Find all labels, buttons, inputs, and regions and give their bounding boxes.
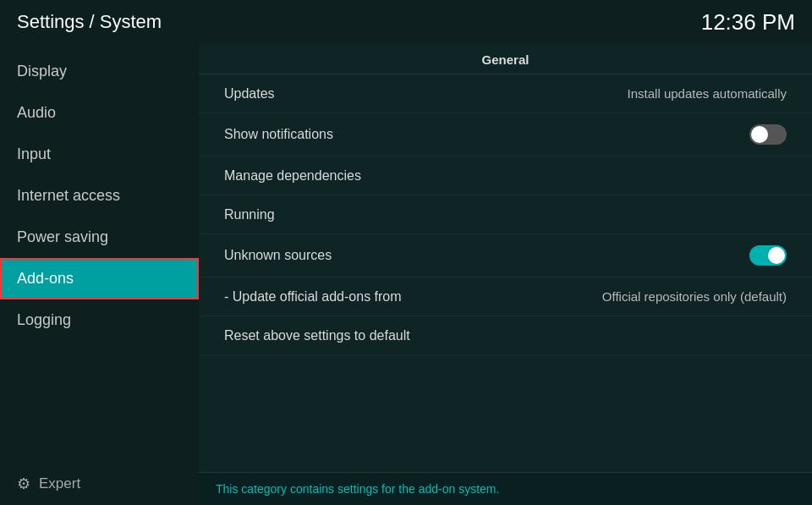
expert-label: Expert — [39, 475, 80, 492]
gear-icon: ⚙ — [17, 475, 30, 493]
setting-label-unknown-sources: Unknown sources — [224, 248, 332, 263]
sidebar-item-internet-access[interactable]: Internet access — [0, 175, 199, 217]
sidebar-item-add-ons[interactable]: Add-ons — [0, 258, 199, 299]
toggle-unknown-sources[interactable] — [749, 245, 787, 266]
toggle-show-notifications[interactable] — [749, 124, 787, 145]
setting-label-updates: Updates — [224, 86, 275, 102]
sidebar-item-display[interactable]: Display — [0, 51, 199, 92]
sidebar: DisplayAudioInputInternet accessPower sa… — [0, 44, 199, 505]
setting-value-update-official-addons: Official repositories only (default) — [602, 289, 787, 304]
sidebar-footer[interactable]: ⚙ Expert — [0, 463, 199, 505]
setting-row-manage-dependencies[interactable]: Manage dependencies — [199, 156, 812, 195]
sidebar-item-power-saving[interactable]: Power saving — [0, 217, 199, 258]
setting-label-update-official-addons: - Update official add-ons from — [224, 289, 402, 305]
setting-value-updates: Install updates automatically — [628, 86, 787, 101]
sidebar-item-audio[interactable]: Audio — [0, 92, 199, 134]
status-bar: This category contains settings for the … — [199, 472, 812, 505]
status-text: This category contains settings for the … — [216, 482, 499, 496]
setting-row-reset-settings[interactable]: Reset above settings to default — [199, 316, 812, 355]
clock: 12:36 PM — [701, 9, 795, 36]
setting-row-show-notifications[interactable]: Show notifications — [199, 113, 812, 156]
toggle-knob-show-notifications — [751, 126, 768, 143]
setting-label-manage-dependencies: Manage dependencies — [224, 168, 361, 184]
section-header: General — [199, 44, 812, 74]
header: Settings / System 12:36 PM — [0, 0, 812, 44]
setting-row-unknown-sources[interactable]: Unknown sources — [199, 234, 812, 277]
sidebar-item-logging[interactable]: Logging — [0, 299, 199, 341]
sidebar-item-input[interactable]: Input — [0, 134, 199, 175]
settings-list: UpdatesInstall updates automaticallyShow… — [199, 74, 812, 355]
toggle-knob-unknown-sources — [768, 247, 785, 264]
content-panel: General UpdatesInstall updates automatic… — [199, 44, 812, 505]
setting-row-updates[interactable]: UpdatesInstall updates automatically — [199, 74, 812, 113]
setting-label-running: Running — [224, 207, 275, 222]
setting-row-running[interactable]: Running — [199, 195, 812, 234]
setting-label-reset-settings: Reset above settings to default — [224, 328, 410, 343]
main-layout: DisplayAudioInputInternet accessPower sa… — [0, 44, 812, 505]
setting-row-update-official-addons[interactable]: - Update official add-ons fromOfficial r… — [199, 277, 812, 316]
setting-label-show-notifications: Show notifications — [224, 127, 333, 142]
page-title: Settings / System — [17, 11, 162, 33]
